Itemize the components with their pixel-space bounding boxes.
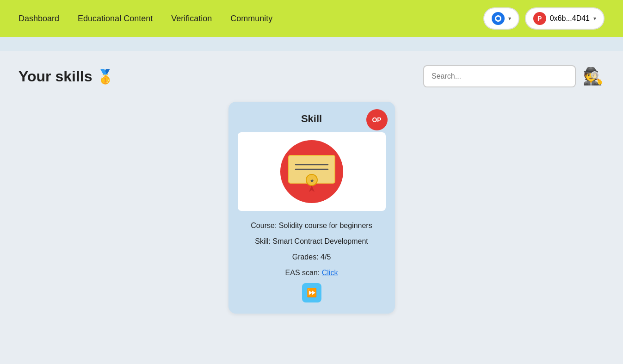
- nav-community[interactable]: Community: [230, 14, 272, 24]
- page-title-text: Your skills: [19, 68, 92, 85]
- detective-avatar[interactable]: 🕵️: [581, 65, 604, 88]
- card-skill: Skill: Smart Contract Development: [238, 236, 386, 247]
- card-image: ★: [238, 132, 386, 211]
- card-grades: Grades: 4/5: [238, 252, 386, 263]
- main-content: Your skills 🥇 🕵️ Skill OP: [0, 51, 623, 364]
- op-badge: OP: [366, 109, 388, 130]
- skill-card: Skill OP ★: [228, 102, 395, 314]
- nav-dashboard[interactable]: Dashboard: [19, 14, 59, 24]
- wallet-address: 0x6b...4D41: [550, 14, 590, 23]
- card-course: Course: Solidity course for beginners: [238, 220, 386, 231]
- network-chevron: ▾: [508, 15, 511, 22]
- eas-scan-row: EAS scan: Click: [238, 267, 386, 278]
- card-action: ⏩: [238, 283, 386, 302]
- forward-button[interactable]: ⏩: [302, 283, 321, 302]
- wallet-chevron: ▾: [593, 15, 596, 22]
- nav-links: Dashboard Educational Content Verificati…: [19, 14, 272, 24]
- certificate-svg: ★: [275, 139, 349, 204]
- page-title: Your skills 🥇: [19, 68, 114, 85]
- search-area: 🕵️: [423, 65, 604, 88]
- eas-scan-link[interactable]: Click: [322, 269, 338, 277]
- eas-scan-label: EAS scan:: [285, 269, 320, 277]
- network-button[interactable]: ▾: [483, 7, 519, 30]
- medal-emoji: 🥇: [97, 68, 114, 85]
- card-info: Course: Solidity course for beginners Sk…: [238, 220, 386, 278]
- navbar: Dashboard Educational Content Verificati…: [0, 0, 623, 37]
- svg-text:★: ★: [309, 178, 314, 183]
- page-header: Your skills 🥇 🕵️: [19, 65, 604, 88]
- nav-educational-content[interactable]: Educational Content: [78, 14, 153, 24]
- card-title: Skill: [238, 113, 386, 125]
- nav-right: ▾ P 0x6b...4D41 ▾: [483, 7, 604, 30]
- forward-icon: ⏩: [307, 288, 317, 298]
- search-input[interactable]: [423, 65, 576, 87]
- nav-verification[interactable]: Verification: [171, 14, 212, 24]
- wallet-avatar: P: [533, 12, 546, 25]
- network-icon: [492, 12, 505, 25]
- network-icon-inner: [495, 15, 501, 22]
- wallet-button[interactable]: P 0x6b...4D41 ▾: [525, 7, 604, 30]
- cards-container: Skill OP ★: [19, 102, 604, 314]
- sub-header: [0, 37, 623, 51]
